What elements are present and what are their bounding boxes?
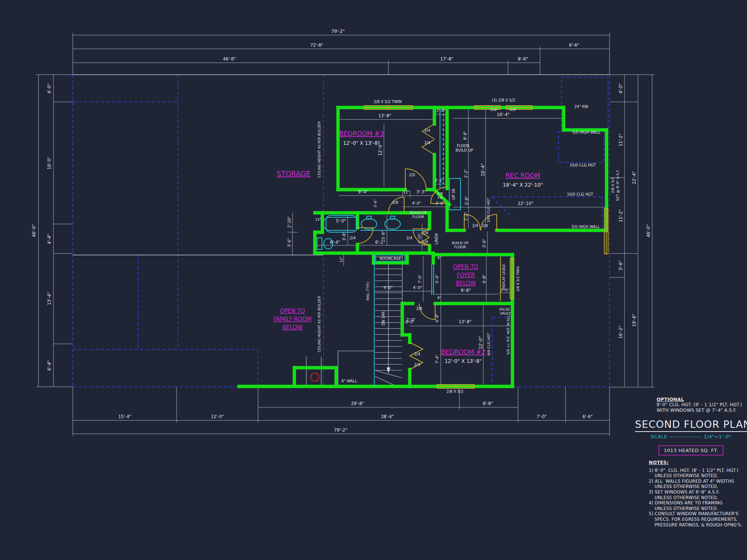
note-line: UNLESS OTHERWISE NOTED. xyxy=(649,495,747,501)
note-line: 5) CONSULT WINDOW MANUFACTURER'S xyxy=(649,511,747,517)
doors-layer xyxy=(357,124,497,370)
window-label-rec: (3) 2/8 X 5/2 xyxy=(492,98,515,102)
door-label-wc: 2/4 xyxy=(350,236,356,240)
stair-dn-label: DN 14R xyxy=(381,311,385,326)
dim-16-4: 16'-4" xyxy=(497,112,510,117)
dim-4-4-b2: 4'-4" xyxy=(435,314,439,323)
dim-bot-7-0: 7'-0" xyxy=(536,414,546,419)
dim-bath-5-8: 5'-8" xyxy=(381,231,385,240)
dim-top-6-6: 6'-6" xyxy=(569,43,579,48)
cad-viewport: { "colors": { "bg": "#202536", "wall": "… xyxy=(0,0,747,560)
notes-heading: NOTES: xyxy=(649,460,747,466)
walls-layer xyxy=(239,108,607,386)
rail-label: RAIL (TYP.) xyxy=(366,282,370,301)
dim-9-8: 9'-8" xyxy=(461,288,471,293)
floor-buildup-a2: BUILD UP xyxy=(456,148,473,152)
dim-b3-13-8: 13'-8" xyxy=(378,113,391,118)
dim-bot-12-0: 12'-0" xyxy=(211,414,224,419)
door-label-rec-a: 2/4 xyxy=(472,224,478,228)
dim-right-11-2-b: 11'-2" xyxy=(618,209,623,223)
door-label-b3-closet-a: 2/4 xyxy=(424,128,430,133)
dim-3-6-left: 3'-6" xyxy=(287,238,291,247)
dim-b2-13-8: 13'-8" xyxy=(459,319,472,324)
dim-3-0: 3'-0" xyxy=(482,239,486,248)
note-line: PRESSURE RATINGS, & ROUGH OPNG'S. xyxy=(649,522,747,528)
door-label-linen-a: 1/8 xyxy=(423,231,428,235)
dim-8in-a: 8" xyxy=(437,256,441,260)
dim-hall-8-8: 8'-8" xyxy=(463,131,467,140)
note-line: 4) DIMENSIONS ARE TO FRAMING xyxy=(649,500,747,506)
clghgt-label-a: 10/0 CLG HGT xyxy=(570,163,596,167)
plt-hgt-wall-label: 5/9 +/- PLT. HGT. W ALL xyxy=(506,315,510,355)
toilet-tank xyxy=(317,238,322,249)
dim-9-4: 9'-4" xyxy=(358,189,368,195)
door-label-hall-2-8: 2/8 xyxy=(392,200,398,205)
room-size-rec: 18'-4" X 22'-10" xyxy=(503,182,543,188)
window-label-b3: 2/8 X 5/2 TWIN xyxy=(374,100,402,104)
clghgt-label-rot: 10/0 CLG HGT xyxy=(486,197,490,223)
dim-6-8: 6'-8" xyxy=(482,274,486,283)
note-line: UNLESS OTHERWISE NOTED. xyxy=(649,484,747,489)
dim-4-10: 4'-10" xyxy=(417,233,421,244)
dim-bath-6-4: 6'-4" xyxy=(330,240,340,245)
highwall-label-a: 5/0 HIGH WALL xyxy=(572,130,601,134)
optional-line-1: 9'-0" CLG. HGT. (9' - 1 1/2" PLT. HGT.) xyxy=(657,402,747,408)
room-size-bedroom2: 12'-0" X 13'-8" xyxy=(445,358,482,364)
dim-bot-79-2: 79'-2" xyxy=(334,427,347,433)
stair-up-label: UP 3R xyxy=(452,189,456,200)
room-label-foyer2: FOYER xyxy=(457,272,475,279)
dim-7-0-foyer: 7'-0" xyxy=(418,274,422,283)
dim-left-4-0: 4'-0" xyxy=(47,83,52,93)
buildup-floor-c1: BUILD UP xyxy=(452,241,469,245)
room-label-family2: FAMILY ROOM xyxy=(273,316,311,323)
room-label-foyer3: BELOW xyxy=(456,280,476,287)
note-line: 3) SET WINDOWS AT 6'-8" A.S.F. xyxy=(649,489,747,495)
door-label-b3-closet-b: 2/4 xyxy=(424,141,430,145)
dim-right-46-0: 46'-0" xyxy=(646,224,651,237)
dim-right-19-8: 19'-8" xyxy=(632,314,637,327)
dim-left-46-0: 46'-0" xyxy=(31,224,37,237)
dim-3-3: 3'-3" xyxy=(416,189,426,195)
note-line: UNLESS OTHERWISE NOTED. xyxy=(649,506,747,511)
dim-hall-5-8: 5'-8" xyxy=(465,196,469,205)
dim-bot-8-8: 8'-8" xyxy=(483,401,493,406)
scale-row: SCALE ----------------- 1/4"=1'-0" xyxy=(635,434,747,439)
dim-right-16-2: 16'-2" xyxy=(618,326,623,339)
clghgt-label-b2: 8/0 CLG HGT xyxy=(487,333,491,356)
dim-rec-22-10: 22'-10" xyxy=(518,201,533,206)
clghgt-label-b: 10/0 CLG HGT xyxy=(567,192,593,196)
dim-top-17-8: 17'-8" xyxy=(440,56,453,62)
notes-lines: 1) 8'-0" CLG. HGT. (8' - 1 1/2" PLT. HGT… xyxy=(649,468,747,528)
dim-bath-12in: 12" xyxy=(315,217,321,221)
dim-bot-38-4: 38'-4" xyxy=(381,414,394,419)
door-label-2-8-fr1: 2/8 xyxy=(437,192,443,196)
dim-2-1: 2'-1" xyxy=(435,178,444,183)
chimney-circle xyxy=(311,373,319,381)
dim-left-18-0: 18'-0" xyxy=(47,157,52,170)
dim-bath-6-2: 6'-2" xyxy=(375,240,385,245)
dim-3-4: 3'-4" xyxy=(373,199,377,208)
dim-2-0-door: 2'-0" xyxy=(436,201,444,205)
note-line: UNLESS OTHERWISE NOTED. xyxy=(649,473,747,479)
door-label-b2-b: 2/4 xyxy=(414,363,420,367)
door-label-landing: 2/8 xyxy=(416,307,422,311)
optional-line-2: WITH WINDOWS SET @ 7'-4" A.S.F. xyxy=(657,408,747,413)
dim-bath-3-8: 3'-8" xyxy=(342,232,346,241)
dim-rec-18-4: 18'-4" xyxy=(480,164,486,177)
dsp-label-b: DSP xyxy=(509,108,517,112)
optional-heading: OPTIONAL xyxy=(657,396,747,402)
dim-5-4: 5'-4" xyxy=(435,274,439,283)
kneewall-label: 24" KW. xyxy=(574,105,589,109)
room-label-foyer1: OPEN TO xyxy=(453,264,478,270)
plan-title: SECOND FLOOR PLAN xyxy=(635,419,747,432)
dim-7-4: 7'-4" xyxy=(435,355,439,364)
false-vault-2: VAULT xyxy=(500,311,511,315)
window-label-right-asf: SET @ 8'-0" A.S.F. xyxy=(616,169,620,201)
notes-block: NOTES: 1) 8'-0" CLG. HGT. (8' - 1 1/2" P… xyxy=(649,460,747,528)
title-block: OPTIONAL 9'-0" CLG. HGT. (9' - 1 1/2" PL… xyxy=(635,396,747,455)
dim-12in-stair: 12" xyxy=(339,256,343,262)
window-label-twin-rot: 2/8 X 5/2 TWIN xyxy=(516,266,520,292)
buildup-floor-c2: FLOOR xyxy=(454,245,466,249)
bathtub xyxy=(326,215,357,232)
window-label-right: 2/8 X 5/2 xyxy=(611,177,615,193)
